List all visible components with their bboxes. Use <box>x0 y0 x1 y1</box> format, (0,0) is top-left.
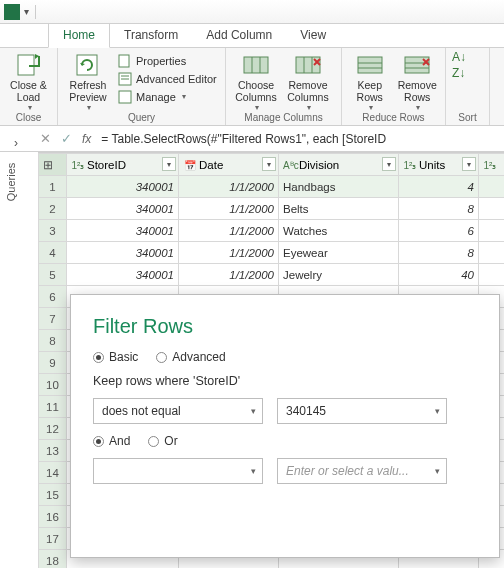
cell-storeid[interactable]: 340001 <box>67 176 179 198</box>
col-header-units[interactable]: 1²₃Units ▾ <box>399 154 479 176</box>
close-and-load-button[interactable]: Close & Load ▾ <box>6 50 51 112</box>
rownum-header[interactable]: ⊞ <box>39 154 67 176</box>
formula-cancel-button[interactable]: ✕ <box>40 131 51 146</box>
sort-desc-button[interactable]: Z↓ <box>452 66 465 80</box>
or-radio[interactable]: Or <box>148 434 177 448</box>
cell-units[interactable]: 8 <box>399 198 479 220</box>
tab-transform[interactable]: Transform <box>110 24 192 47</box>
cell-units[interactable]: 40 <box>399 264 479 286</box>
cell-storeid[interactable]: 340001 <box>67 220 179 242</box>
refresh-preview-button[interactable]: Refresh Preview ▾ <box>64 50 112 112</box>
col-header-next[interactable]: 1²₃ <box>479 154 505 176</box>
fx-icon[interactable]: fx <box>82 132 91 146</box>
cell-next[interactable] <box>479 198 505 220</box>
cell-next[interactable] <box>479 220 505 242</box>
svg-rect-18 <box>405 57 429 73</box>
operator-combo-1[interactable]: does not equal▾ <box>93 398 263 424</box>
cell-division[interactable]: Jewelry <box>279 264 399 286</box>
formula-text[interactable]: = Table.SelectRows(#"Filtered Rows1", ea… <box>101 132 504 146</box>
col-header-date[interactable]: 📅Date ▾ <box>179 154 279 176</box>
row-number[interactable]: 2 <box>39 198 67 220</box>
table-row[interactable]: 3 340001 1/1/2000 Watches 6 <box>39 220 505 242</box>
value-combo-1[interactable]: 340145▾ <box>277 398 447 424</box>
table-row[interactable]: 1 340001 1/1/2000 Handbags 4 <box>39 176 505 198</box>
manage-button[interactable]: Manage ▾ <box>116 88 219 105</box>
cell-next[interactable] <box>479 264 505 286</box>
cell-date[interactable]: 1/1/2000 <box>179 220 279 242</box>
table-row[interactable]: 4 340001 1/1/2000 Eyewear 8 <box>39 242 505 264</box>
row-number[interactable]: 6 <box>39 286 67 308</box>
cell-division[interactable]: Eyewear <box>279 242 399 264</box>
col-label: Date <box>199 159 223 171</box>
row-number[interactable]: 17 <box>39 528 67 550</box>
filter-icon[interactable]: ▾ <box>462 157 476 171</box>
cell-next[interactable] <box>479 242 505 264</box>
remove-rows-button[interactable]: Remove Rows ▾ <box>396 50 440 112</box>
row-number[interactable]: 14 <box>39 462 67 484</box>
cell-division[interactable]: Watches <box>279 220 399 242</box>
row-number[interactable]: 10 <box>39 374 67 396</box>
chevron-down-icon: ▾ <box>28 103 32 112</box>
table-row[interactable]: 2 340001 1/1/2000 Belts 8 <box>39 198 505 220</box>
tab-add-column[interactable]: Add Column <box>192 24 286 47</box>
row-number[interactable]: 5 <box>39 264 67 286</box>
row-number[interactable]: 18 <box>39 550 67 569</box>
choose-columns-button[interactable]: Choose Columns ▾ <box>232 50 280 112</box>
tab-home[interactable]: Home <box>48 23 110 48</box>
cell-date[interactable]: 1/1/2000 <box>179 264 279 286</box>
row-number[interactable]: 1 <box>39 176 67 198</box>
filter-icon[interactable]: ▾ <box>382 157 396 171</box>
row-number[interactable]: 12 <box>39 418 67 440</box>
row-number[interactable]: 4 <box>39 242 67 264</box>
advanced-editor-button[interactable]: Advanced Editor <box>116 70 219 87</box>
filter-icon[interactable]: ▾ <box>262 157 276 171</box>
cell-next[interactable] <box>479 176 505 198</box>
group-sort: A↓ Z↓ Sort <box>446 48 490 125</box>
cell-units[interactable]: 4 <box>399 176 479 198</box>
cell-storeid[interactable]: 340001 <box>67 264 179 286</box>
sort-asc-button[interactable]: A↓ <box>452 50 466 64</box>
row-number[interactable]: 11 <box>39 396 67 418</box>
row-number[interactable]: 15 <box>39 484 67 506</box>
expand-queries-button[interactable]: › <box>14 136 18 150</box>
combo-value: does not equal <box>102 404 181 418</box>
cell-storeid[interactable]: 340001 <box>67 198 179 220</box>
queries-pane-tab[interactable]: Queries <box>0 152 22 212</box>
chevron-down-icon: ▾ <box>182 92 186 101</box>
manage-label: Manage <box>136 91 176 103</box>
row-number[interactable]: 8 <box>39 330 67 352</box>
col-header-storeid[interactable]: 1²₃StoreID ▾ <box>67 154 179 176</box>
tab-view[interactable]: View <box>286 24 340 47</box>
table-row[interactable]: 5 340001 1/1/2000 Jewelry 40 <box>39 264 505 286</box>
row-number[interactable]: 3 <box>39 220 67 242</box>
filter-icon[interactable]: ▾ <box>162 157 176 171</box>
qat-dropdown-icon[interactable]: ▾ <box>24 6 29 17</box>
andor-radio-group: And Or <box>93 434 477 448</box>
row-number[interactable]: 9 <box>39 352 67 374</box>
remove-columns-button[interactable]: Remove Columns ▾ <box>284 50 332 112</box>
row-number[interactable]: 13 <box>39 440 67 462</box>
cell-units[interactable]: 8 <box>399 242 479 264</box>
and-radio[interactable]: And <box>93 434 130 448</box>
cell-date[interactable]: 1/1/2000 <box>179 242 279 264</box>
cell-date[interactable]: 1/1/2000 <box>179 198 279 220</box>
group-label-query: Query <box>64 112 219 125</box>
row-number[interactable]: 16 <box>39 506 67 528</box>
value-combo-2[interactable]: Enter or select a valu...▾ <box>277 458 447 484</box>
col-header-division[interactable]: AᴮcDivision ▾ <box>279 154 399 176</box>
basic-radio[interactable]: Basic <box>93 350 138 364</box>
radio-icon <box>93 436 104 447</box>
properties-button[interactable]: Properties <box>116 52 219 69</box>
operator-combo-2[interactable]: ▾ <box>93 458 263 484</box>
group-reduce-rows: Keep Rows ▾ Remove Rows ▾ Reduce Rows <box>342 48 446 125</box>
formula-accept-button[interactable]: ✓ <box>61 131 72 146</box>
cell-date[interactable]: 1/1/2000 <box>179 176 279 198</box>
cell-units[interactable]: 6 <box>399 220 479 242</box>
row-number[interactable]: 7 <box>39 308 67 330</box>
title-bar: ▾ <box>0 0 504 24</box>
cell-division[interactable]: Handbags <box>279 176 399 198</box>
advanced-radio[interactable]: Advanced <box>156 350 225 364</box>
cell-storeid[interactable]: 340001 <box>67 242 179 264</box>
keep-rows-button[interactable]: Keep Rows ▾ <box>348 50 392 112</box>
cell-division[interactable]: Belts <box>279 198 399 220</box>
